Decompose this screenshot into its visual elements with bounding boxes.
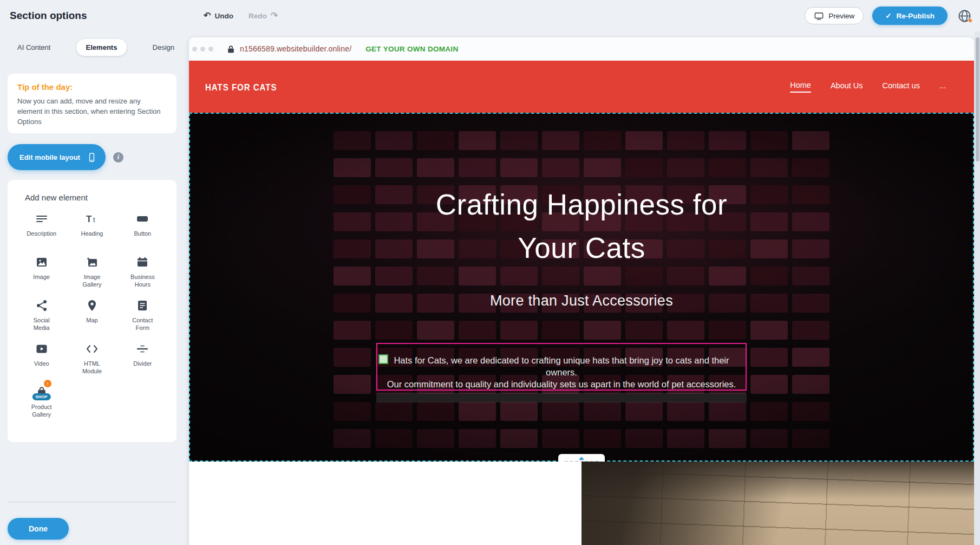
- brick: [709, 402, 746, 421]
- hero-title[interactable]: Crafting Happiness forYour Cats: [189, 183, 974, 270]
- hero-body-text: Hats for Cats, we are dedicated to craft…: [377, 344, 746, 390]
- site-canvas: n1566589.websitebuilder.online/ GET YOUR…: [189, 37, 974, 545]
- add-element-button[interactable]: Button: [118, 211, 167, 253]
- element-label: Social Media: [25, 317, 58, 332]
- brick: [500, 158, 538, 177]
- brick: [709, 321, 746, 340]
- vertical-scrollbar[interactable]: [975, 31, 980, 545]
- brick: [334, 158, 371, 177]
- brick: [584, 402, 621, 421]
- window-dot: [208, 47, 213, 51]
- brick: [542, 321, 579, 340]
- hero-title-line: Your Cats: [189, 226, 974, 270]
- tab-design[interactable]: Design: [143, 39, 184, 56]
- brick: [459, 131, 496, 150]
- nav-home[interactable]: Home: [790, 81, 811, 93]
- brick: [417, 402, 454, 421]
- tab-ai-content[interactable]: AI Content: [8, 39, 60, 56]
- info-icon[interactable]: i: [113, 152, 123, 163]
- done-button[interactable]: Done: [8, 518, 69, 540]
- element-label: Product Gallery: [25, 404, 58, 419]
- browser-chrome: n1566589.websitebuilder.online/ GET YOUR…: [189, 37, 974, 61]
- undo-button[interactable]: ↶ Undo: [204, 11, 233, 20]
- brick: [750, 131, 788, 150]
- redo-label: Redo: [249, 12, 267, 20]
- hero-body-line: Hats for Cats, we are dedicated to craft…: [377, 354, 746, 378]
- page-title: Section options: [10, 0, 87, 31]
- brick: [750, 158, 788, 177]
- element-resize-handle[interactable]: [378, 354, 388, 364]
- preview-button[interactable]: Preview: [805, 7, 864, 24]
- edit-mobile-layout-button[interactable]: Edit mobile layout: [8, 144, 106, 170]
- element-hover-ghost: [376, 393, 747, 403]
- add-element-heading[interactable]: TtHeading: [68, 211, 116, 253]
- image-gallery-icon: [86, 254, 99, 270]
- site-nav: HomeAbout UsContact us...: [790, 81, 946, 93]
- brick: [750, 375, 788, 394]
- add-element-map[interactable]: Map: [68, 297, 116, 340]
- brick: [417, 158, 454, 177]
- add-element-divider[interactable]: Divider: [118, 341, 167, 383]
- brick: [500, 321, 538, 340]
- brick: [417, 429, 454, 448]
- tab-elements[interactable]: Elements: [76, 39, 127, 56]
- undo-icon: ↶: [204, 11, 211, 20]
- brick: [625, 429, 663, 448]
- language-globe-button[interactable]: [956, 8, 972, 24]
- hero-title-line: Crafting Happiness for: [189, 183, 974, 226]
- add-element-video[interactable]: Video: [17, 341, 66, 383]
- add-element-image-gallery[interactable]: Image Gallery: [68, 254, 116, 296]
- element-label: Map: [86, 317, 97, 325]
- lock-icon: [227, 45, 234, 53]
- html-module-icon: [86, 341, 99, 357]
- hero-section[interactable]: Crafting Happiness forYour Cats More tha…: [189, 113, 974, 462]
- upgrade-badge-icon: ↑: [44, 380, 51, 387]
- brick: [375, 429, 413, 448]
- element-label: Image: [33, 274, 50, 281]
- site-logo[interactable]: HATS FOR CATS: [205, 81, 277, 92]
- tip-body: Now you can add, move and resize any ele…: [17, 96, 167, 127]
- brick: [542, 402, 579, 421]
- element-grid: DescriptionTtHeadingButtonImageImage Gal…: [16, 211, 168, 426]
- site-header: HATS FOR CATS HomeAbout UsContact us...: [189, 61, 974, 113]
- element-label: HTML Module: [76, 360, 108, 375]
- add-element-contact-form[interactable]: Contact Form: [118, 297, 167, 340]
- nav-more[interactable]: ...: [939, 81, 946, 92]
- nav-about-us[interactable]: About Us: [831, 81, 863, 92]
- brick: [625, 402, 663, 421]
- floor-image: [582, 462, 974, 545]
- button-icon: [136, 211, 149, 227]
- selected-text-element[interactable]: Hats for Cats, we are dedicated to craft…: [376, 343, 747, 391]
- brick: [584, 321, 621, 340]
- brick: [667, 131, 704, 150]
- brick: [584, 158, 621, 177]
- add-element-social-media[interactable]: Social Media: [17, 297, 66, 340]
- brick: [375, 321, 413, 340]
- check-icon: ✓: [885, 11, 891, 20]
- add-element-image[interactable]: Image: [17, 254, 66, 296]
- brick: [375, 402, 413, 421]
- add-element-html-module[interactable]: HTML Module: [68, 341, 116, 383]
- topbar: Section options ↶ Undo Redo ↷ Preview ✓ …: [0, 0, 980, 31]
- site-url: n1566589.websitebuilder.online/: [240, 44, 351, 53]
- brick: [500, 402, 538, 421]
- redo-button[interactable]: Redo ↷: [249, 11, 278, 20]
- brick: [750, 321, 788, 340]
- republish-button[interactable]: ✓ Re-Publish: [872, 7, 948, 25]
- section-resize-handle[interactable]: [558, 454, 605, 462]
- hero-subtitle[interactable]: More than Just Accessories: [189, 293, 974, 309]
- undo-label: Undo: [214, 12, 233, 20]
- get-domain-link[interactable]: GET YOUR OWN DOMAIN: [365, 45, 458, 53]
- brick: [542, 131, 579, 150]
- brick: [792, 158, 829, 177]
- sidebar-divider: [8, 502, 177, 502]
- add-element-business-hours[interactable]: Business Hours: [118, 254, 167, 296]
- brick: [667, 321, 704, 340]
- scrollbar-thumb[interactable]: [976, 37, 979, 161]
- add-element-product-gallery[interactable]: SHOP↑Product Gallery: [17, 384, 66, 426]
- divider-icon: [136, 341, 149, 357]
- add-element-description[interactable]: Description: [17, 211, 66, 253]
- brick: [584, 131, 621, 150]
- brick: [334, 131, 371, 150]
- nav-contact-us[interactable]: Contact us: [883, 81, 920, 92]
